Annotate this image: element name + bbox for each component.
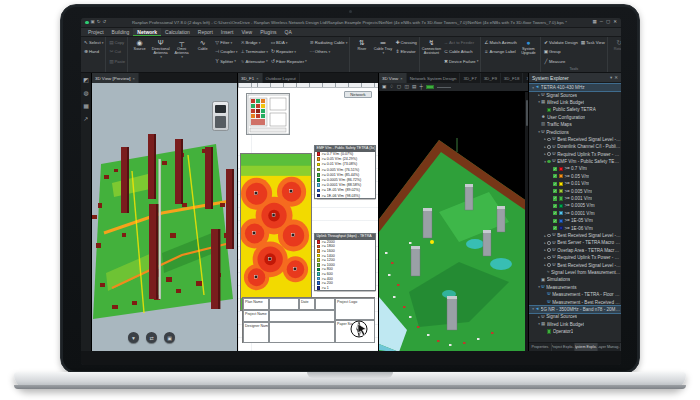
tree-item-best-received-signal-level-pub[interactable]: ▸ΨBest Received Signal Level - Public Sa… <box>529 136 621 143</box>
panel-tab-layer-manag[interactable]: Layer Manag... <box>598 343 621 351</box>
ribbon-omni-antenna-button[interactable]: ┬Omni Antenna▾ <box>172 38 191 66</box>
visibility-radio[interactable] <box>547 256 551 260</box>
ribbon-cable-button[interactable]: ∿Cable <box>193 38 212 66</box>
checkbox-checked-icon[interactable]: ✓ <box>553 226 557 230</box>
tree-item-measurements[interactable]: ▾ΨMeasurements <box>529 284 621 291</box>
ribbon-arrange-label-button[interactable]: ≡Arrange Label <box>483 47 516 56</box>
tree-item-0-001-v-m[interactable]: ✓>= 0.001 V/m <box>529 195 621 202</box>
ribbon-coupler-button[interactable]: ⊣Coupler▾ <box>214 47 237 56</box>
layout-page[interactable]: Network <box>238 83 378 351</box>
tree-item-5g-nr-3500mhz-band-n78-20mhz[interactable]: ▾◄5G NR - 3500MHz - Band n78 - 20MHz <box>529 306 621 313</box>
menu-tab-building[interactable]: Building <box>108 28 134 36</box>
tree-item-best-server-tetra-macro-cells-[interactable]: ▸ΨBest Server - TETRA Macro Cells (Outdo… <box>529 239 621 246</box>
visibility-radio[interactable] <box>547 138 551 142</box>
tree-item-predictions[interactable]: ▾ΨPredictions <box>529 128 621 135</box>
tree-item-operator1[interactable]: Operator1 <box>529 328 621 335</box>
tree-item-downlink-channel-c-i-public-sa[interactable]: ▸ΨDownlink Channel C/I - Public Safety T… <box>529 143 621 150</box>
tree-item-1e-05-v-m[interactable]: ✓>= 1E-05 V/m <box>529 217 621 224</box>
checkbox-checked-icon[interactable]: ✓ <box>553 211 557 215</box>
display-mode-icon[interactable]: ♢ <box>390 85 394 90</box>
tree-item-traffic-maps[interactable]: ▥Traffic Maps <box>529 121 621 128</box>
tree-item-signal-level-from-measurement-[interactable]: ≈Signal Level from Measurement Interpola… <box>529 269 621 276</box>
ribbon-radiating-cable-button[interactable]: ≋Radiating Cable▾ <box>309 38 348 47</box>
tree-item-emf-v-m-public-safety-tetra-3x[interactable]: ▾ΨEMF V/m - Public Safety TETRA (3x) (Co… <box>529 158 621 165</box>
visibility-radio[interactable] <box>547 145 551 149</box>
ribbon-filter-button[interactable]: ▽Filter▾ <box>214 38 237 47</box>
menu-tab-report[interactable]: Report <box>194 28 217 36</box>
right-pane-tab-3d-f18[interactable]: 3D_F18 <box>501 73 524 83</box>
ribbon-system-upgrade-button[interactable]: ●System Upgrade <box>519 38 538 66</box>
save-view-icon[interactable]: ▣ <box>382 85 387 90</box>
ribbon-elevator-button[interactable]: ⇕Elevator <box>394 47 417 56</box>
swap-view-button[interactable]: ⇄ <box>146 332 157 343</box>
ribbon-directional-antenna-button[interactable]: ΨDirectional Antenna▾ <box>151 38 170 66</box>
tree-item-required-uplink-tx-power-tetra[interactable]: ▸ΨRequired Uplink Tx Power - TETRA Macro… <box>529 254 621 261</box>
ribbon-repeater-button[interactable]: ↻Repeater▾ <box>270 47 307 56</box>
close-tab-icon[interactable]: × <box>133 76 135 81</box>
tree-item-0-005-v-m[interactable]: ✓>= 0.005 V/m <box>529 187 621 194</box>
undo-icon[interactable]: ↻ <box>97 20 101 25</box>
menu-tab-network[interactable]: Network <box>133 28 161 36</box>
tree-item-wired-link-budget[interactable]: ▾▦Wired Link Budget <box>529 321 621 328</box>
right-pane-tab-3d-f7[interactable]: 3D_F7 <box>460 73 480 83</box>
menu-tab-project[interactable]: Project <box>84 28 108 36</box>
visibility-radio[interactable] <box>547 263 551 267</box>
middle-pane-tab-outdoor-layout[interactable]: Outdoor Layout <box>263 73 300 83</box>
ribbon-task-view-button[interactable]: ▦Task View <box>580 38 605 47</box>
visibility-radio[interactable] <box>547 160 551 164</box>
checkbox-checked-icon[interactable]: ✓ <box>553 182 557 186</box>
tree-item-user-configuration[interactable]: ☻User Configuration <box>529 114 621 121</box>
active-layer-swatch[interactable] <box>426 85 434 89</box>
tree-item-best-received-signal-level-tet[interactable]: ▸ΨBest Received Signal Level - TETRA Off… <box>529 261 621 268</box>
tree-item-1e-06-v-m[interactable]: ✓>= 1E-06 V/m <box>529 224 621 231</box>
tree-item-public-safety-tetra[interactable]: Public Safety TETRA <box>529 106 621 113</box>
checkbox-checked-icon[interactable]: ✓ <box>553 174 557 178</box>
maximize-button[interactable]: ▢ <box>606 20 610 25</box>
ribbon-splitter-button[interactable]: YSplitter▾ <box>214 57 237 66</box>
menu-tab-qa[interactable]: QA <box>281 28 296 36</box>
floor-filter-icon[interactable]: ▢ <box>397 85 402 90</box>
visibility-radio[interactable] <box>547 241 551 245</box>
checkbox-checked-icon[interactable]: ✓ <box>553 219 557 223</box>
menu-tab-view[interactable]: View <box>237 28 256 36</box>
save-icon[interactable]: ▣ <box>91 20 95 25</box>
filter-button[interactable]: ▼ <box>128 332 139 343</box>
menu-tab-calculation[interactable]: Calculation <box>161 28 194 36</box>
globe-icon[interactable]: ◍ <box>83 90 88 96</box>
right-pane-tab-3d-view[interactable]: 3D View× <box>379 73 407 83</box>
ribbon-fiber-repeater-button[interactable]: ↺Fiber Repeater▾ <box>270 57 307 66</box>
right-3d-viewport[interactable] <box>379 92 528 351</box>
visibility-radio[interactable] <box>547 248 551 252</box>
minimize-button[interactable]: ─ <box>600 20 603 25</box>
menu-tab-plugins[interactable]: Plugins <box>256 28 280 36</box>
lock-view-button[interactable]: ▣ <box>164 332 175 343</box>
ribbon-cable-attach-button[interactable]: ⊂Cable Attach <box>443 47 479 56</box>
ribbon-riser-button[interactable]: ⇅Riser <box>352 38 371 66</box>
checkbox-checked-icon[interactable]: ✓ <box>553 189 557 193</box>
tree-item-simulations[interactable]: ▣Simulations <box>529 276 621 283</box>
ribbon-validate-design-button[interactable]: ✔Validate Design <box>543 38 578 47</box>
ribbon-bda-button[interactable]: ▭BDA▾ <box>270 38 307 47</box>
network-chip[interactable]: Network <box>344 91 372 98</box>
ribbon-match-azimuth-button[interactable]: ∠Match Azimuth <box>483 38 516 47</box>
tree-item-wired-link-budget[interactable]: ▾▦Wired Link Budget <box>529 99 621 106</box>
right-pane-tab-3d-f28[interactable]: 3D_F28 <box>523 73 528 83</box>
layers-grid-icon[interactable]: ▦ <box>83 103 89 109</box>
ribbon-bridge-button[interactable]: ≍Bridge▾ <box>240 38 269 47</box>
crosshair-icon[interactable]: ┼ <box>420 85 423 90</box>
ribbon-others-button[interactable]: ⋯Others▾ <box>309 47 348 56</box>
help-icon-button[interactable]: ▦ <box>592 20 596 25</box>
floorplan-thumbnail[interactable] <box>246 93 290 135</box>
tree-item-0-0005-v-m[interactable]: ✓>= 0.0005 V/m <box>529 202 621 209</box>
close-icon[interactable]: ✕ <box>614 75 618 80</box>
visibility-radio[interactable] <box>547 152 551 156</box>
tree-item-overlap-area-tetra-macro-cells[interactable]: ▸ΨOverlap Area - TETRA Macro Cells (Outd… <box>529 247 621 254</box>
middle-pane-tab-3d-f1[interactable]: 3D_F1× <box>238 73 263 83</box>
panel-tab-project-explo[interactable]: Project Explo... <box>552 343 575 351</box>
ribbon-hand-button[interactable]: ⊕Hand <box>83 47 103 56</box>
ribbon-source-button[interactable]: ◉Source <box>130 38 149 66</box>
ribbon-terminator-button[interactable]: ⊥Terminator▾ <box>240 47 269 56</box>
layers-icon[interactable]: ▤ <box>412 85 417 90</box>
close-tab-icon[interactable]: × <box>256 76 258 81</box>
panel-tab-properties[interactable]: Properties <box>529 343 552 351</box>
